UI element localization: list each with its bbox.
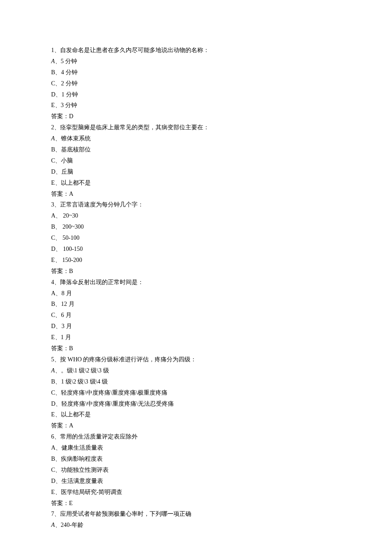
option-letter: E (51, 411, 55, 418)
option-text: 6 月 (61, 312, 72, 318)
question-option: D、生活满意度量表 (51, 476, 341, 487)
question-option: A、。级\1 级\2 级\3 级 (51, 365, 341, 376)
option-separator: 、 (55, 69, 61, 76)
option-letter: E (51, 257, 55, 263)
option-letter: E (51, 334, 55, 340)
option-text: 150-200 (61, 257, 82, 263)
option-letter: B (51, 224, 55, 230)
option-letter: D (51, 401, 55, 407)
option-letter: B (51, 301, 55, 307)
question-option: E、1 月 (51, 332, 341, 343)
option-separator: 、 (55, 180, 61, 186)
option-separator: 、 (55, 367, 61, 374)
option-letter: A (51, 135, 55, 142)
option-text: 3 月 (61, 323, 72, 329)
option-separator: 、 (55, 445, 61, 451)
option-separator: 、 (55, 58, 61, 64)
question-option: A、 20~30 (51, 210, 341, 221)
option-letter: D (51, 246, 55, 252)
option-text: 轻度疼痛\中度疼痛\重度疼痛\无法忍受疼痛 (61, 401, 174, 407)
question-stem: 7、应用受试者年龄预测极量心率时，下列哪一项正确 (51, 509, 341, 520)
option-letter: E (51, 489, 55, 495)
question-option: D、3 月 (51, 321, 341, 332)
option-separator: 、 (55, 146, 61, 153)
option-text: 丘脑 (61, 169, 73, 175)
option-letter: A (51, 367, 55, 374)
option-separator: 、 (55, 323, 61, 329)
option-letter: C (51, 80, 55, 87)
option-separator: 、 (55, 522, 61, 528)
option-letter: C (51, 467, 55, 473)
option-text: 3 分钟 (61, 102, 78, 108)
option-text: 1 级\2 级\3 级\4 级 (61, 378, 108, 385)
question-option: D、轻度疼痛\中度疼痛\重度疼痛\无法忍受疼痛 (51, 398, 341, 410)
option-text: 8 月 (61, 290, 72, 296)
option-text: 以上都不是 (61, 411, 91, 418)
question-option: A、锥体束系统 (51, 133, 341, 144)
option-separator: 、 (55, 401, 61, 407)
option-text: 200~300 (61, 224, 84, 230)
option-text: 1 月 (61, 334, 72, 340)
option-separator: 、 (55, 169, 61, 175)
option-separator: 、 (55, 246, 61, 252)
question-stem: 5、按 WHO 的疼痛分级标准进行评估，疼痛分为四级： (51, 354, 341, 365)
option-separator: 、 (55, 235, 61, 241)
option-letter: D (51, 169, 55, 175)
option-letter: B (51, 378, 55, 385)
question-option: C、2 分钟 (51, 78, 341, 89)
option-separator: 、 (55, 334, 61, 340)
option-text: 。级\1 级\2 级\3 级 (61, 367, 109, 374)
option-letter: A (51, 290, 55, 296)
option-letter: C (51, 157, 55, 164)
question-option: E、以上都不是 (51, 177, 341, 189)
question-option: D、 100-150 (51, 244, 341, 255)
option-letter: D (51, 91, 55, 98)
option-text: 50-100 (61, 235, 79, 241)
option-text: 240-年龄 (61, 522, 84, 528)
option-separator: 、 (55, 290, 61, 296)
question-option: E、 150-200 (51, 255, 341, 266)
option-text: 20~30 (61, 212, 78, 219)
question-option: C、功能独立性测评表 (51, 465, 341, 476)
option-text: 功能独立性测评表 (61, 467, 109, 473)
option-separator: 、 (55, 389, 61, 396)
question-option: E、以上都不是 (51, 409, 341, 420)
option-separator: 、 (55, 212, 61, 219)
option-separator: 、 (55, 467, 61, 473)
question-stem: 2、痉挛型脑瘫是临床上最常见的类型，其病变部位主要在： (51, 122, 341, 133)
option-text: 1 分钟 (61, 91, 78, 98)
question-option: A、240-年龄 (51, 520, 341, 531)
option-text: 疾病影响程度表 (61, 456, 103, 462)
question-option: C、6 月 (51, 310, 341, 321)
question-answer: 答案：B (51, 266, 341, 277)
option-text: 以上都不是 (61, 180, 91, 186)
question-stem: 4、降落伞反射出现的正常时间是： (51, 277, 341, 288)
question-option: E、医学结局研究-简明调查 (51, 487, 341, 498)
option-letter: D (51, 323, 55, 329)
option-separator: 、 (55, 135, 61, 142)
option-separator: 、 (55, 312, 61, 318)
question-option: B、基底核部位 (51, 144, 341, 155)
option-separator: 、 (55, 411, 61, 418)
option-text: 100-150 (61, 246, 83, 252)
question-option: C、轻度疼痛\中度疼痛\重度疼痛\极重度疼痛 (51, 387, 341, 398)
option-text: 12 月 (61, 301, 75, 307)
option-separator: 、 (55, 80, 61, 87)
option-text: 5 分钟 (61, 58, 78, 64)
option-separator: 、 (55, 456, 61, 462)
option-text: 2 分钟 (61, 80, 78, 87)
option-text: 生活满意度量表 (61, 478, 103, 484)
question-answer: 答案：A (51, 189, 341, 200)
option-letter: A (51, 58, 55, 64)
question-option: A、5 分钟 (51, 56, 341, 67)
option-letter: D (51, 478, 55, 484)
question-option: A、8 月 (51, 288, 341, 299)
question-stem: 3、正常言语速度为每分钟几个字： (51, 199, 341, 210)
option-text: 4 分钟 (61, 69, 78, 76)
option-letter: B (51, 456, 55, 462)
question-stem: 1、自发命名是让患者在多久内尽可能多地说出动物的名称： (51, 45, 341, 56)
option-separator: 、 (55, 301, 61, 307)
question-option: D、1 分钟 (51, 89, 341, 100)
question-option: D、丘脑 (51, 166, 341, 177)
question-stem: 6、常用的生活质量评定表应除外 (51, 431, 341, 442)
